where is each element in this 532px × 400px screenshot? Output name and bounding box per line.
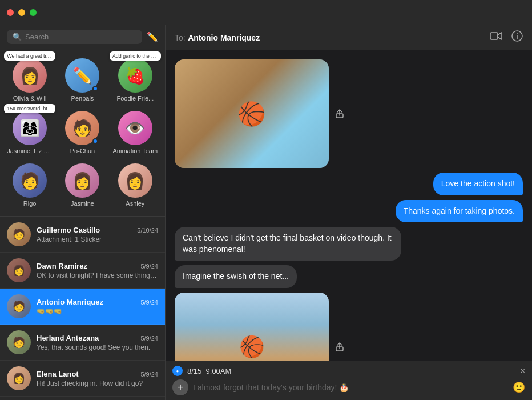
- conversation-list: 🧑 Guillermo Castillo 5/10/24 Attachment:…: [0, 217, 165, 400]
- image-wrap-1: [175, 59, 329, 168]
- search-bar[interactable]: 🔍: [7, 30, 142, 44]
- pinned-label-jasmine-liz: Jasmine, Liz &...: [7, 147, 53, 154]
- avatar-animation: 👁️: [118, 111, 152, 145]
- pinned-grid-row3: 🧑 Rigo 👩 Jasmine 👩 Ashley: [0, 159, 165, 211]
- msg-row-img2: [175, 293, 523, 361]
- pinned-label-penpals: Penpals: [71, 95, 94, 102]
- message-bubble-1: Love the action shot!: [433, 173, 523, 195]
- share-button-1[interactable]: [332, 106, 347, 121]
- avatar-guillermo: 🧑: [7, 222, 31, 246]
- compose-button[interactable]: ✏️: [142, 31, 158, 42]
- pinned-section: 👩 We had a great time. Home with th... O…: [0, 49, 165, 217]
- conv-date-elena: 5/9/24: [140, 371, 158, 378]
- compose-date-text: 8/15 9:00AM: [187, 367, 231, 375]
- avatar-antonio: 🧑: [7, 294, 31, 318]
- msg-row-msg4: Imagine the swish of the net...: [175, 265, 523, 288]
- info-button[interactable]: [511, 30, 523, 45]
- share-button-2[interactable]: [332, 339, 347, 354]
- compose-text-input[interactable]: [193, 383, 508, 392]
- conv-name-elena: Elena Lanot: [37, 370, 79, 378]
- conv-item-herland[interactable]: 🧑 Herland Antezana 5/9/24 Yes, that soun…: [0, 325, 165, 361]
- conv-item-guillermo[interactable]: 🧑 Guillermo Castillo 5/10/24 Attachment:…: [0, 217, 165, 253]
- conv-name-dawn: Dawn Ramirez: [37, 262, 87, 270]
- avatar-wrap-jasmine-liz: 👩‍👩‍👧 15x crossword: https://apple.news/…: [13, 111, 47, 145]
- avatar-foodie: 🍓: [118, 58, 152, 93]
- avatar-jasmine2: 👩: [65, 163, 99, 198]
- close-button[interactable]: [7, 9, 14, 16]
- compose-date-indicator: ●: [172, 366, 183, 376]
- pinned-item-olivia-will[interactable]: 👩 We had a great time. Home with th... O…: [5, 56, 55, 104]
- svg-point-3: [517, 33, 518, 34]
- pinned-label-olivia: Olivia & Will: [13, 95, 47, 102]
- pinned-label-foodie: Foodie Frie...: [116, 95, 154, 102]
- conv-preview-elena: Hi! Just checking in. How did it go?: [37, 379, 158, 387]
- sidebar-header: 🔍 ✏️: [0, 25, 165, 49]
- pinned-item-jasmine-liz[interactable]: 👩‍👩‍👧 15x crossword: https://apple.news/…: [5, 109, 55, 157]
- chat-header-recipient: To: Antonio Manriquez: [175, 33, 260, 43]
- conv-info-guillermo: Guillermo Castillo 5/10/24 Attachment: 1…: [37, 226, 158, 243]
- avatar-wrap-animation: 👁️: [118, 111, 152, 145]
- chat-header: To: Antonio Manriquez: [166, 25, 532, 50]
- conv-date-dawn: 5/9/24: [140, 263, 158, 270]
- msg-row-img1: [175, 59, 523, 168]
- conv-name-row-guillermo: Guillermo Castillo 5/10/24: [37, 226, 158, 234]
- pinned-item-jasmine2[interactable]: 👩 Jasmine: [57, 161, 107, 209]
- pinned-label-animation: Animation Team: [112, 147, 158, 154]
- chat-recipient-name: Antonio Manriquez: [188, 33, 260, 42]
- avatar-olivia: 👩: [13, 58, 47, 93]
- pinned-label-rigo: Rigo: [23, 200, 37, 207]
- badge-dot-pochun: [92, 138, 98, 144]
- avatar-ashley: 👩: [118, 163, 152, 198]
- chat-header-actions: [490, 30, 523, 45]
- maximize-button[interactable]: [30, 9, 37, 16]
- pinned-item-animation[interactable]: 👁️ Animation Team: [110, 109, 160, 157]
- conv-preview-antonio: 🤜🤜🤜: [37, 307, 158, 315]
- conv-info-dawn: Dawn Ramirez 5/9/24 OK to visit tonight?…: [37, 262, 158, 279]
- conv-preview-guillermo: Attachment: 1 Sticker: [37, 235, 158, 243]
- conv-name-row-dawn: Dawn Ramirez 5/9/24: [37, 262, 158, 270]
- conv-name-herland: Herland Antezana: [37, 334, 99, 342]
- message-bubble-4: Imagine the swish of the net...: [175, 265, 297, 288]
- emoji-button[interactable]: 🙂: [513, 381, 525, 394]
- avatar-elena: 👩: [7, 366, 31, 390]
- compose-date-info: ● 8/15 9:00AM: [172, 366, 231, 376]
- pinned-item-foodie[interactable]: 🍓 Add garlic to the butter, and then... …: [110, 56, 160, 104]
- conv-date-antonio: 5/9/24: [140, 299, 158, 306]
- conv-item-dawn[interactable]: 👩 Dawn Ramirez 5/9/24 OK to visit tonigh…: [0, 253, 165, 289]
- search-input[interactable]: [25, 33, 136, 41]
- conv-name-row-herland: Herland Antezana 5/9/24: [37, 334, 158, 342]
- minimize-button[interactable]: [18, 9, 25, 16]
- pinned-grid-row1: 👩 We had a great time. Home with th... O…: [0, 54, 165, 106]
- basketball-img-content-2: [175, 293, 329, 361]
- pinned-item-penpals[interactable]: ✏️ Penpals: [57, 56, 107, 104]
- pinned-item-rigo[interactable]: 🧑 Rigo: [5, 161, 55, 209]
- chat-to-label: To:: [175, 33, 186, 42]
- conv-name-guillermo: Guillermo Castillo: [37, 226, 100, 234]
- conv-item-elena[interactable]: 👩 Elena Lanot 5/9/24 Hi! Just checking i…: [0, 361, 165, 397]
- avatar-wrap-penpals: ✏️: [65, 58, 99, 93]
- conv-name-row-antonio: Antonio Manriquez 5/9/24: [37, 298, 158, 306]
- conv-info-antonio: Antonio Manriquez 5/9/24 🤜🤜🤜: [37, 298, 158, 315]
- conv-preview-herland: Yes, that sounds good! See you then.: [37, 343, 158, 351]
- msg-row-msg1: Love the action shot!: [175, 173, 523, 195]
- avatar-jasmine-liz: 👩‍👩‍👧: [13, 111, 47, 145]
- compose-close-button[interactable]: ×: [521, 366, 525, 375]
- svg-rect-0: [490, 33, 498, 39]
- video-call-button[interactable]: [490, 30, 502, 45]
- avatar-rigo: 🧑: [13, 163, 47, 198]
- messages-area: Love the action shot! Thanks again for t…: [166, 50, 532, 361]
- badge-dot-penpals: [92, 86, 98, 91]
- window-controls: [7, 9, 37, 16]
- message-bubble-2: Thanks again for taking photos.: [396, 200, 523, 223]
- pinned-item-ashley[interactable]: 👩 Ashley: [110, 161, 160, 209]
- avatar-wrap-pochun: 🧑: [65, 111, 99, 145]
- conv-info-herland: Herland Antezana 5/9/24 Yes, that sounds…: [37, 334, 158, 351]
- pinned-item-pochun[interactable]: 🧑 Po-Chun: [57, 109, 107, 157]
- compose-date-bar: ● 8/15 9:00AM ×: [172, 366, 525, 376]
- conv-item-antonio[interactable]: 🧑 Antonio Manriquez 5/9/24 🤜🤜🤜: [0, 289, 165, 325]
- compose-add-button[interactable]: +: [172, 379, 188, 395]
- avatar-wrap-foodie: 🍓 Add garlic to the butter, and then...: [118, 58, 152, 93]
- conv-name-row-elena: Elena Lanot 5/9/24: [37, 370, 158, 378]
- basketball-image-2: [175, 293, 329, 361]
- chat-area: To: Antonio Manriquez: [166, 25, 532, 400]
